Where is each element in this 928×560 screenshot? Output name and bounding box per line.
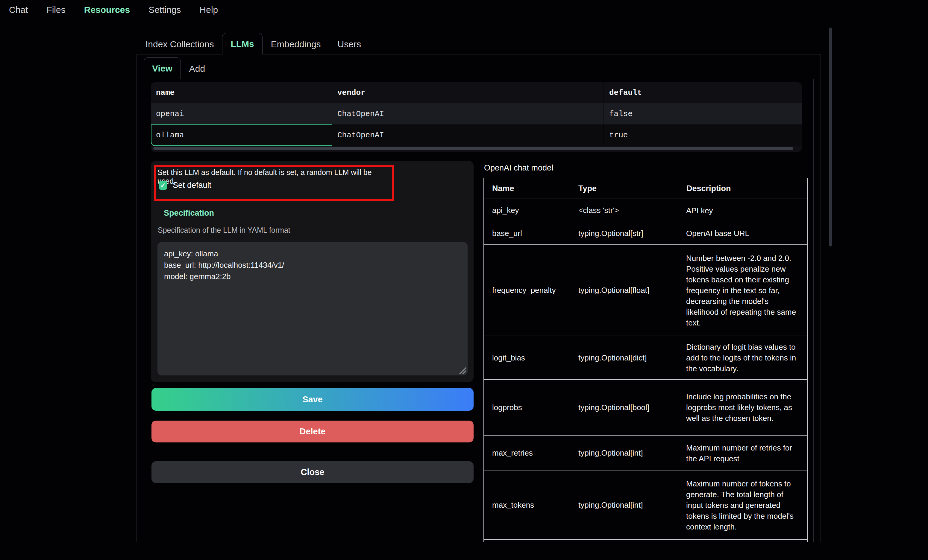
tab-users[interactable]: Users [329, 34, 369, 54]
param-row-max_retries: max_retriestyping.Optional[int]Maximum n… [484, 435, 807, 471]
param-row-max_tokens: max_tokenstyping.Optional[int]Maximum nu… [484, 471, 807, 539]
param-name: logit_bias [484, 336, 570, 380]
tab-llms[interactable]: LLMs [222, 33, 262, 55]
param-name: logprobs [484, 380, 570, 435]
param-name [484, 539, 570, 542]
llm-cell-vendor: ChatOpenAI [332, 103, 604, 125]
vertical-scrollbar-thumb[interactable] [829, 27, 832, 247]
param-type: <class 'str'> [570, 199, 678, 222]
llm-table-header-row: namevendordefault [151, 82, 802, 103]
set-default-checkbox[interactable]: ✓ [159, 181, 167, 190]
llm-column-header-default: default [604, 82, 802, 103]
llm-cell-name: ollama [151, 125, 332, 146]
llm-column-header-vendor: vendor [332, 82, 604, 103]
param-description: Include log probabilities on the logprob… [678, 380, 807, 435]
checkmark-icon: ✓ [160, 182, 166, 189]
param-description: Dictionary of logit bias values to add t… [678, 336, 807, 380]
set-default-label: Set default [173, 181, 211, 190]
llm-cell-default: true [604, 125, 802, 146]
specification-subtitle: Specification of the LLM in YAML format [158, 226, 290, 234]
param-type: typing.Optional[bool] [570, 380, 678, 435]
llm-table-row-selected[interactable]: ollamaChatOpenAItrue [151, 125, 802, 146]
llm-table-row[interactable]: openaiChatOpenAIfalse [151, 103, 802, 125]
llm-table-rows: namevendordefaultopenaiChatOpenAIfalseol… [151, 82, 802, 146]
specification-heading: Specification [164, 208, 214, 218]
param-header-row: NameTypeDescription [484, 178, 807, 199]
save-button[interactable]: Save [151, 388, 473, 411]
param-name: base_url [484, 222, 570, 245]
param-type: typing.Optional[int] [570, 435, 678, 471]
param-type: typing.Optional[float] [570, 245, 678, 336]
param-row-frequency_penalty: frequency_penaltytyping.Optional[float]N… [484, 245, 807, 336]
set-default-row: ✓ Set default [159, 181, 211, 190]
llm-cell-name: openai [151, 103, 332, 125]
llm-cell-default: false [604, 103, 802, 125]
tab-embeddings[interactable]: Embeddings [263, 34, 329, 54]
param-type: typing.Optional[str] [570, 222, 678, 245]
nav-item-files[interactable]: Files [46, 5, 65, 15]
delete-button[interactable]: Delete [151, 421, 473, 443]
tab-index-collections[interactable]: Index Collections [137, 34, 222, 54]
param-description [678, 539, 807, 542]
param-column-header-description: Description [678, 178, 807, 199]
param-type: typing.Optional[dict] [570, 336, 678, 380]
nav-item-chat[interactable]: Chat [9, 5, 28, 15]
param-description: OpenAI base URL [678, 222, 807, 245]
secondary-tabs: ViewAdd [144, 58, 814, 79]
param-name: max_retries [484, 435, 570, 471]
nav-item-resources[interactable]: Resources [84, 5, 130, 15]
close-button[interactable]: Close [151, 461, 473, 483]
llm-list-table: namevendordefaultopenaiChatOpenAIfalseol… [151, 82, 802, 152]
param-column-header-type: Type [570, 178, 678, 199]
top-nav: ChatFilesResourcesSettingsHelp [9, 5, 218, 15]
param-panel-title: OpenAI chat model [484, 163, 553, 173]
param-row-logit_bias: logit_biastyping.Optional[dict]Dictionar… [484, 336, 807, 380]
nav-item-settings[interactable]: Settings [148, 5, 181, 15]
param-type: typing.Optional[int] [570, 471, 678, 539]
nav-item-help[interactable]: Help [200, 5, 218, 15]
param-description: API key [678, 199, 807, 222]
yaml-editor-wrapper [157, 242, 468, 376]
param-description: Number between -2.0 and 2.0. Positive va… [678, 245, 807, 336]
primary-tabs: Index CollectionsLLMsEmbeddingsUsers [136, 33, 821, 55]
param-table: NameTypeDescriptionapi_key<class 'str'>A… [484, 178, 807, 542]
param-row-partial [484, 539, 807, 542]
subtab-add[interactable]: Add [181, 59, 214, 79]
param-name: max_tokens [484, 471, 570, 539]
param-column-header-name: Name [484, 178, 570, 199]
param-description: Maximum number of retries for the API re… [678, 435, 807, 471]
yaml-spec-textarea[interactable] [157, 242, 468, 376]
llm-column-header-name: name [151, 82, 332, 103]
param-row-api_key: api_key<class 'str'>API key [484, 199, 807, 222]
llm-cell-vendor: ChatOpenAI [332, 125, 604, 146]
param-row-base_url: base_urltyping.Optional[str]OpenAI base … [484, 222, 807, 245]
param-name: frequency_penalty [484, 245, 570, 336]
horizontal-scrollbar-thumb[interactable] [153, 147, 793, 150]
param-row-logprobs: logprobstyping.Optional[bool]Include log… [484, 380, 807, 435]
param-table-wrapper: NameTypeDescriptionapi_key<class 'str'>A… [484, 178, 809, 542]
param-type [570, 539, 678, 542]
llm-detail-card: Set this LLM as default. If no default i… [151, 161, 473, 382]
param-name: api_key [484, 199, 570, 222]
param-description: Maximum number of tokens to generate. Th… [678, 471, 807, 539]
subtab-view[interactable]: View [144, 58, 181, 79]
